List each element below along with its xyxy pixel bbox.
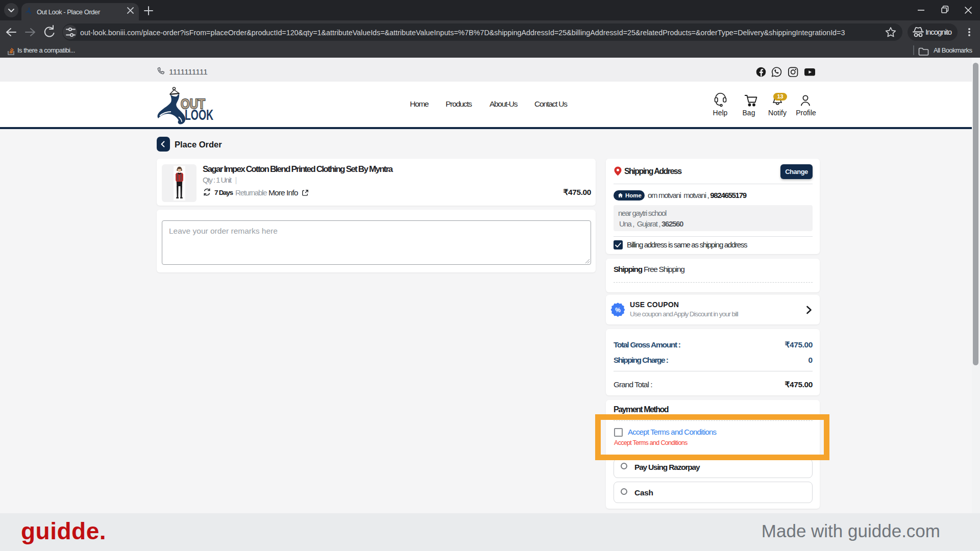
svg-text:LOOK: LOOK bbox=[185, 107, 213, 123]
svg-text:13: 13 bbox=[777, 93, 783, 99]
svg-text:%: % bbox=[615, 307, 621, 314]
